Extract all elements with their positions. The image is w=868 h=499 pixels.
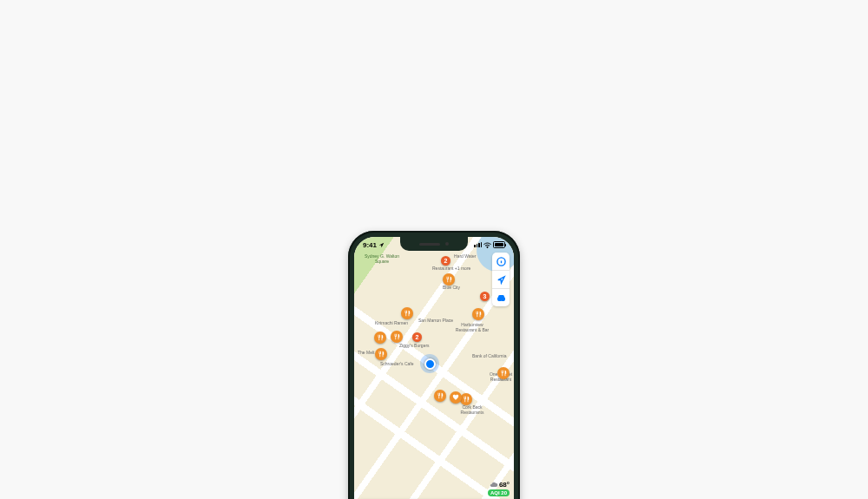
cluster-pin[interactable]: 2 xyxy=(412,332,422,342)
aqi-badge: AQI 20 xyxy=(488,489,510,496)
screen: 9:41 Sydney G. Walton Square Hard Water … xyxy=(354,237,514,499)
map-label-hard-water: Hard Water xyxy=(454,254,476,259)
restaurant-pin[interactable] xyxy=(391,331,403,343)
weather-widget[interactable]: 68° AQI 20 xyxy=(488,481,510,496)
map-label-san-marron: San Marron Place xyxy=(418,318,453,324)
wifi-icon xyxy=(483,242,491,248)
map-controls xyxy=(492,253,510,306)
map-label-ziggys: Ziggy's Burgers xyxy=(399,344,430,349)
map-label-kirimachi: Kirimachi Ramen xyxy=(375,321,408,326)
map-label-schroeders: Schroeder's Cafe xyxy=(380,362,413,367)
map-label-cork-back: Cork Back Restaurants xyxy=(451,405,493,415)
notch xyxy=(400,237,468,251)
locate-button[interactable] xyxy=(492,271,510,289)
restaurant-pin[interactable] xyxy=(375,348,387,360)
svg-rect-3 xyxy=(498,295,503,297)
map-label-harbor: Harborview Restaurant & Bar xyxy=(451,323,493,332)
status-time: 9:41 xyxy=(363,241,377,249)
user-location xyxy=(420,354,439,373)
iphone-frame: 9:41 Sydney G. Walton Square Hard Water … xyxy=(348,231,520,499)
cloud-icon xyxy=(490,482,498,488)
favorite-pin[interactable] xyxy=(450,391,462,404)
restaurant-pin[interactable] xyxy=(434,390,446,402)
map-label-bank-ca: Bank of California xyxy=(472,354,506,359)
cluster-pin[interactable]: 2 xyxy=(441,256,450,266)
restaurant-pin[interactable] xyxy=(443,273,455,286)
map-label-restaurant-more: Restaurant +1 more xyxy=(432,266,470,272)
map-canvas[interactable]: Sydney G. Walton Square Hard Water Resta… xyxy=(354,237,514,499)
map-label-blue-city: Blue City xyxy=(443,286,460,291)
map-park-label: Sydney G. Walton Square xyxy=(361,254,403,264)
info-button[interactable] xyxy=(492,253,510,271)
binoculars-button[interactable] xyxy=(492,289,510,306)
restaurant-pin[interactable] xyxy=(472,308,484,320)
restaurant-pin[interactable] xyxy=(460,393,472,405)
cluster-pin[interactable]: 3 xyxy=(480,292,490,301)
signal-icon xyxy=(474,242,482,247)
restaurant-pin[interactable] xyxy=(374,332,386,344)
battery-icon xyxy=(493,241,505,248)
map-label-melt: The Melt xyxy=(358,351,374,356)
temperature: 68° xyxy=(499,481,510,489)
restaurant-pin[interactable] xyxy=(401,307,413,319)
restaurant-pin[interactable] xyxy=(497,367,510,379)
location-arrow-icon xyxy=(378,242,385,248)
